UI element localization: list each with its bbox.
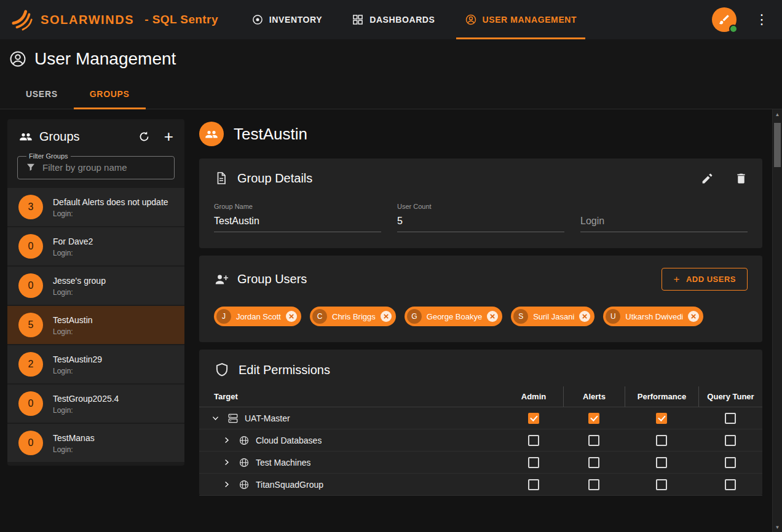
group-list-item[interactable]: 0 For Dave2 Login:	[7, 227, 184, 265]
group-count-badge: 0	[18, 431, 43, 455]
admin-checkbox[interactable]	[528, 413, 539, 424]
group-list-item[interactable]: 5 TestAustin Login:	[7, 306, 184, 344]
tab-groups[interactable]: GROUPS	[74, 79, 146, 109]
expand-chevron-icon[interactable]	[220, 479, 232, 491]
user-chip: J Jordan Scott	[214, 307, 301, 326]
nav-user-management[interactable]: USER MANAGEMENT	[450, 0, 592, 39]
group-list-item[interactable]: 0 TestGroup2025.4 Login:	[7, 385, 184, 423]
group-count-badge: 2	[18, 352, 43, 377]
brand-name: SOLARWINDS	[41, 13, 134, 27]
query-tuner-checkbox[interactable]	[725, 457, 736, 468]
admin-checkbox[interactable]	[528, 479, 539, 490]
selected-group-header: TestAustin	[199, 122, 762, 146]
alerts-checkbox[interactable]	[588, 457, 599, 468]
group-login-label: Login:	[53, 327, 173, 336]
group-avatar-icon	[199, 122, 224, 146]
remove-user-icon[interactable]	[381, 311, 392, 322]
refresh-groups-button[interactable]	[138, 130, 151, 143]
group-list-item[interactable]: 3 Default Alerts does not update Login:	[7, 188, 184, 226]
field-label	[580, 203, 748, 211]
target-name: TitanSquadGroup	[256, 480, 323, 490]
performance-checkbox[interactable]	[656, 479, 667, 490]
remove-user-icon[interactable]	[286, 311, 297, 322]
user-avatar[interactable]	[712, 7, 737, 32]
filter-groups-input[interactable]	[42, 162, 167, 173]
remove-user-icon[interactable]	[487, 311, 498, 322]
group-name-value: TestAustin	[214, 211, 381, 232]
group-login-label: Login:	[53, 288, 173, 297]
nav-dashboards-label: DASHBOARDS	[369, 15, 435, 25]
remove-user-icon[interactable]	[579, 311, 590, 322]
tab-bar: USERS GROUPS	[0, 79, 782, 109]
admin-checkbox[interactable]	[528, 435, 539, 446]
content: Groups + Filter Groups 3	[0, 109, 782, 532]
group-login-label: Login:	[53, 445, 173, 454]
user-chip-name: Utkarsh Dwivedi	[625, 312, 683, 321]
query-tuner-checkbox[interactable]	[725, 413, 736, 424]
query-tuner-checkbox[interactable]	[725, 479, 736, 490]
group-name: TestAustin29	[53, 353, 173, 366]
scroll-down-arrow[interactable]: ▼	[773, 522, 782, 532]
login-field: Login	[580, 203, 748, 232]
brand[interactable]: SOLARWINDS - SQL Sentry	[11, 8, 218, 31]
kebab-menu-icon[interactable]: ⋮	[752, 13, 771, 26]
vertical-scrollbar[interactable]: ▲ ▼	[772, 109, 782, 532]
expand-chevron-icon[interactable]	[220, 434, 232, 447]
permission-row: TitanSquadGroup	[199, 474, 762, 496]
nav-dashboards[interactable]: DASHBOARDS	[337, 0, 449, 39]
group-details-card: Group Details Group Nam	[199, 158, 762, 248]
admin-checkbox[interactable]	[528, 457, 539, 468]
expand-chevron-icon[interactable]	[220, 456, 232, 469]
query-tuner-checkbox[interactable]	[725, 435, 736, 446]
group-list-item[interactable]: 0 Jesse's group Login:	[7, 267, 184, 305]
dashboards-icon	[352, 14, 364, 26]
target-name: UAT-Master	[245, 413, 290, 423]
topbar: SOLARWINDS - SQL Sentry INVENTORY DASHBO…	[0, 0, 782, 39]
user-management-page-icon	[9, 50, 27, 68]
add-users-button[interactable]: + ADD USERS	[662, 268, 748, 291]
add-group-button[interactable]: +	[164, 130, 173, 143]
group-name-field: Group Name TestAustin	[214, 203, 381, 232]
user-initial-avatar: C	[312, 309, 327, 324]
login-value: Login	[580, 211, 748, 232]
nav-inventory[interactable]: INVENTORY	[237, 0, 337, 39]
column-header-target: Target	[199, 386, 504, 407]
performance-checkbox[interactable]	[656, 413, 667, 424]
scroll-up-arrow[interactable]: ▲	[773, 109, 782, 119]
nav-user-management-label: USER MANAGEMENT	[483, 15, 577, 25]
alerts-checkbox[interactable]	[588, 435, 599, 446]
remove-user-icon[interactable]	[688, 311, 699, 322]
field-label: Group Name	[214, 203, 381, 211]
nav-inventory-label: INVENTORY	[269, 15, 322, 25]
edit-permissions-title: Edit Permissions	[239, 363, 330, 377]
scrollbar-thumb[interactable]	[774, 123, 781, 167]
group-list-item[interactable]: 2 TestAustin29 Login:	[7, 345, 184, 383]
group-list-item[interactable]: 0 TestManas Login:	[7, 424, 184, 462]
edit-group-button[interactable]	[701, 172, 714, 185]
performance-checkbox[interactable]	[656, 435, 667, 446]
expand-chevron-icon[interactable]	[209, 412, 221, 424]
solarwinds-logo-icon	[11, 8, 34, 31]
permission-row: Cloud Databases	[199, 429, 762, 452]
performance-checkbox[interactable]	[656, 457, 667, 468]
globe-icon	[239, 435, 250, 446]
user-chip: U Utkarsh Dwivedi	[603, 307, 703, 326]
group-name: TestAustin	[53, 314, 173, 326]
delete-group-button[interactable]	[735, 172, 748, 185]
alerts-checkbox[interactable]	[588, 479, 599, 490]
column-header-query-tuner: Query Tuner	[698, 386, 762, 407]
brand-product: - SQL Sentry	[144, 13, 218, 26]
column-header-admin: Admin	[504, 386, 563, 407]
user-management-icon	[465, 14, 477, 26]
group-users-list: J Jordan Scott C Chris Briggs G George B…	[214, 307, 748, 326]
selected-group-title: TestAustin	[234, 125, 307, 144]
shield-icon	[214, 362, 230, 378]
user-initial-avatar: G	[407, 309, 422, 324]
alerts-checkbox[interactable]	[588, 413, 599, 424]
group-name: TestManas	[53, 432, 173, 444]
user-chip-name: Suril Jasani	[533, 312, 574, 321]
tab-users[interactable]: USERS	[10, 79, 74, 109]
column-header-performance: Performance	[625, 386, 698, 407]
group-count-badge: 0	[18, 273, 43, 298]
user-chip: G George Boakye	[405, 307, 502, 326]
